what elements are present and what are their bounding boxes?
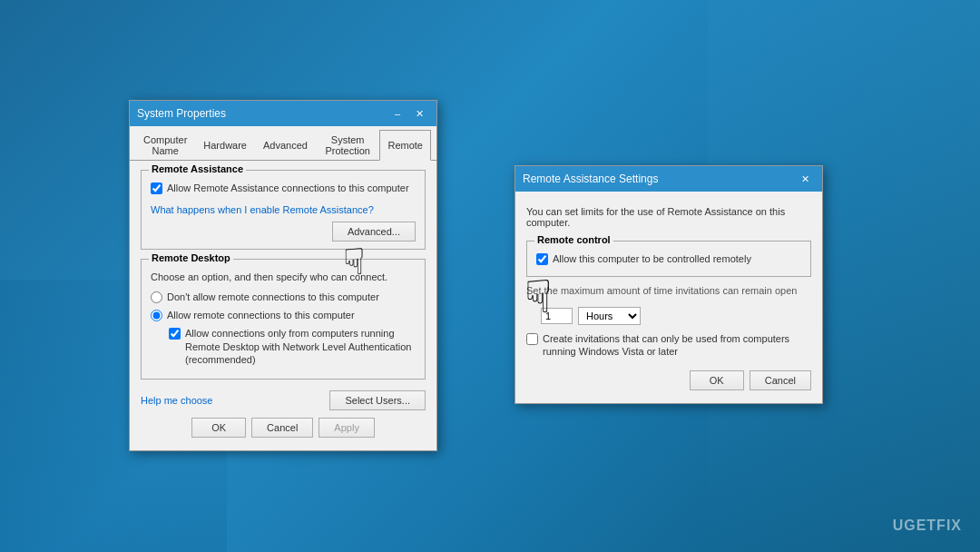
nla-label: Allow connections only from computers ru… (185, 327, 416, 366)
close-button[interactable]: ✕ (409, 105, 429, 122)
tab-computer-name[interactable]: Computer Name (135, 130, 195, 161)
allow-ra-label: Allow Remote Assistance connections to t… (167, 182, 409, 194)
minimize-button[interactable]: – (387, 105, 407, 122)
invitations-row: Set the maximum amount of time invitatio… (526, 284, 811, 297)
tab-system-protection[interactable]: System Protection (316, 130, 380, 161)
remote-assistance-group-label: Remote Assistance (149, 163, 246, 174)
tab-remote[interactable]: Remote (379, 130, 431, 161)
remote-desktop-group-label: Remote Desktop (149, 252, 233, 263)
allow-ra-checkbox[interactable] (151, 182, 162, 194)
ra-titlebar-controls: ✕ (795, 171, 815, 187)
watermark: UGETFIX (893, 518, 962, 534)
create-invitations-checkbox[interactable] (526, 333, 538, 345)
allow-control-label: Allow this computer to be controlled rem… (553, 252, 751, 265)
system-properties-title: System Properties (137, 107, 387, 120)
ra-settings-titlebar: Remote Assistance Settings ✕ (515, 166, 822, 192)
tab-bar: Computer Name Hardware Advanced System P… (130, 126, 436, 161)
ra-cancel-button[interactable]: Cancel (750, 370, 811, 390)
remote-assistance-group: Remote Assistance Allow Remote Assistanc… (141, 170, 426, 250)
ra-settings-content: You can set limits for the use of Remote… (515, 192, 822, 403)
system-properties-titlebar: System Properties – ✕ (130, 101, 436, 126)
advanced-button[interactable]: Advanced... (332, 222, 416, 242)
what-happens-link[interactable]: What happens when I enable Remote Assist… (151, 204, 374, 215)
select-users-button[interactable]: Select Users... (329, 390, 426, 410)
ra-body-text: You can set limits for the use of Remote… (526, 201, 811, 233)
dont-allow-row: Don't allow remote connections to this c… (151, 291, 416, 303)
allow-remote-row: Allow remote connections to this compute… (151, 309, 416, 321)
invitations-number-input[interactable] (541, 308, 573, 324)
tab-hardware[interactable]: Hardware (195, 130, 255, 161)
remote-assistance-settings-dialog: Remote Assistance Settings ✕ You can set… (514, 165, 823, 404)
nla-row: Allow connections only from computers ru… (151, 327, 416, 366)
create-invitations-label: Create invitations that can only be used… (543, 332, 811, 359)
remote-control-group-label: Remote control (534, 234, 613, 245)
remote-control-group: Remote control Allow this computer to be… (526, 241, 811, 277)
dont-allow-radio[interactable] (151, 291, 162, 303)
ra-settings-title: Remote Assistance Settings (523, 172, 795, 185)
allow-ra-row: Allow Remote Assistance connections to t… (151, 182, 416, 194)
choose-option-text: Choose an option, and then specify who c… (151, 271, 416, 284)
system-properties-content: Remote Assistance Allow Remote Assistanc… (130, 161, 436, 450)
allow-remote-label: Allow remote connections to this compute… (167, 309, 355, 321)
remote-desktop-group: Remote Desktop Choose an option, and the… (141, 259, 426, 380)
titlebar-controls: – ✕ (387, 105, 429, 122)
cancel-button[interactable]: Cancel (251, 418, 313, 438)
ra-dialog-buttons: OK Cancel (526, 363, 811, 394)
allow-control-row: Allow this computer to be controlled rem… (536, 252, 801, 265)
ok-button[interactable]: OK (191, 418, 246, 438)
dont-allow-label: Don't allow remote connections to this c… (167, 291, 379, 303)
allow-control-checkbox[interactable] (536, 253, 548, 265)
invitations-text: Set the maximum amount of time invitatio… (526, 284, 811, 297)
nla-checkbox[interactable] (169, 328, 181, 340)
ra-ok-button[interactable]: OK (690, 370, 744, 390)
ra-close-button[interactable]: ✕ (795, 171, 815, 187)
help-me-choose-link[interactable]: Help me choose (141, 395, 213, 406)
apply-button[interactable]: Apply (318, 418, 375, 438)
tab-advanced[interactable]: Advanced (255, 130, 316, 161)
dialog-buttons: OK Cancel Apply (141, 410, 426, 441)
invitations-unit-select[interactable]: Minutes Hours Days (578, 307, 641, 325)
allow-remote-radio[interactable] (151, 310, 162, 321)
system-properties-dialog: System Properties – ✕ Computer Name Hard… (129, 100, 437, 451)
create-invitations-row: Create invitations that can only be used… (526, 332, 811, 359)
